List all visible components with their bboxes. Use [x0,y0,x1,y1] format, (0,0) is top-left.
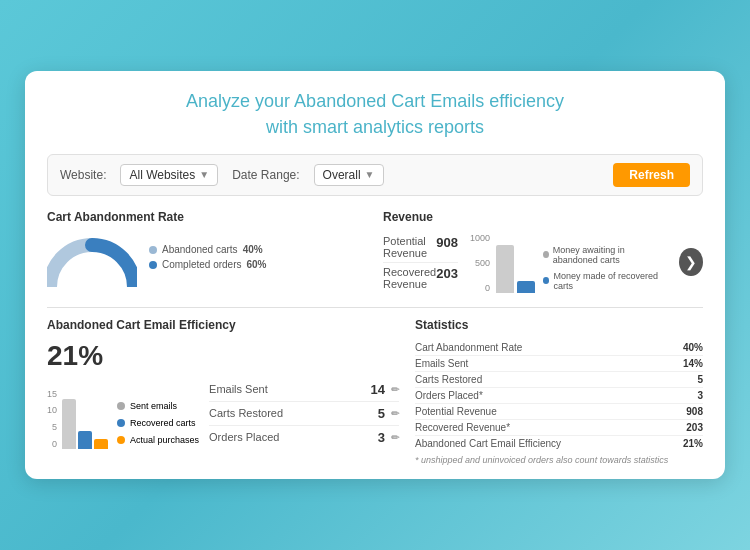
stat-cart-abandonment-label: Cart Abandonment Rate [415,342,522,353]
eff-bar-purchases [94,439,108,449]
carts-restored-edit-icon[interactable]: ✏ [391,408,399,419]
rev-legend-abandoned: Money awaiting in abandoned carts [543,245,671,265]
abandoned-carts-value: 40% [243,244,263,255]
carts-restored-row: Carts Restored 5 ✏ [209,402,399,426]
statistics-title: Statistics [415,318,703,332]
filter-bar: Website: All Websites ▼ Date Range: Over… [47,154,703,196]
revenue-content: Potential Revenue 908 Recovered Revenue … [383,232,703,293]
completed-orders-value: 60% [246,259,266,270]
efficiency-bars [62,391,108,449]
next-arrow-button[interactable]: ❯ [679,248,703,276]
carts-restored-value: 5 [378,406,385,421]
stat-cart-abandonment-value: 40% [683,342,703,353]
orders-placed-label: Orders Placed [209,431,279,443]
stat-efficiency: Abandoned Cart Email Efficiency 21% [415,436,703,451]
emails-sent-value: 14 [371,382,385,397]
eff-legend-recovered-label: Recovered carts [130,418,196,428]
title-line1: Analyze your Abandoned Cart Emails effic… [186,91,564,111]
efficiency-metrics: Emails Sent 14 ✏ Carts Restored 5 ✏ [209,378,399,449]
efficiency-legend: Sent emails Recovered carts Actual purch… [117,401,199,449]
cart-abandonment-section: Cart Abandonment Rate [47,210,367,293]
website-label: Website: [60,168,106,182]
cart-abandonment-content: Abandoned carts 40% Completed orders 60% [47,232,367,287]
stat-efficiency-label: Abandoned Cart Email Efficiency [415,438,561,449]
stat-carts-restored-label: Carts Restored [415,374,482,385]
date-select[interactable]: Overall ▼ [314,164,384,186]
emails-sent-label: Emails Sent [209,383,268,395]
eff-legend-purchases: Actual purchases [117,435,199,445]
revenue-title: Revenue [383,210,703,224]
date-value: Overall [323,168,361,182]
completed-orders-label: Completed orders [162,259,241,270]
stat-cart-abandonment: Cart Abandonment Rate 40% [415,340,703,356]
statistics-note: * unshipped and uninvoiced orders also c… [415,455,703,465]
date-arrow-icon: ▼ [365,169,375,180]
cart-abandonment-title: Cart Abandonment Rate [47,210,367,224]
stat-carts-restored-value: 5 [697,374,703,385]
revenue-section: Revenue Potential Revenue 908 Recovered … [383,210,703,293]
revenue-chart-area: 1000 500 0 Money awaiting in abandoned c… [470,232,703,293]
legend-completed-orders: Completed orders 60% [149,259,267,270]
date-label: Date Range: [232,168,299,182]
stat-recovered-revenue-value: 203 [686,422,703,433]
title-line2: with smart analytics reports [266,117,484,137]
eff-legend-recovered-dot [117,419,125,427]
website-select[interactable]: All Websites ▼ [120,164,218,186]
rev-legend-recovered-dot [543,277,550,284]
efficiency-percentage: 21% [47,340,399,372]
stat-orders-placed-label: Orders Placed* [415,390,483,401]
emails-sent-value-group: 14 ✏ [371,382,399,397]
revenue-bar-recovered [517,281,535,293]
refresh-button[interactable]: Refresh [613,163,690,187]
stat-emails-sent: Emails Sent 14% [415,356,703,372]
orders-placed-row: Orders Placed 3 ✏ [209,426,399,449]
efficiency-y-axis: 15 10 5 0 [47,389,59,449]
page-title: Analyze your Abandoned Cart Emails effic… [47,89,703,139]
stat-recovered-revenue-label: Recovered Revenue* [415,422,510,433]
efficiency-title: Abandoned Cart Email Efficiency [47,318,399,332]
stat-efficiency-value: 21% [683,438,703,449]
abandoned-carts-label: Abandoned carts [162,244,238,255]
legend-abandoned-carts: Abandoned carts 40% [149,244,267,255]
rev-legend-abandoned-label: Money awaiting in abandoned carts [553,245,672,265]
eff-legend-recovered: Recovered carts [117,418,199,428]
eff-legend-sent-dot [117,402,125,410]
stat-emails-sent-label: Emails Sent [415,358,468,369]
stat-recovered-revenue: Recovered Revenue* 203 [415,420,703,436]
section-divider [47,307,703,308]
orders-placed-value: 3 [378,430,385,445]
efficiency-chart: 15 10 5 0 Sent emails [47,378,199,449]
main-top-sections: Cart Abandonment Rate [47,210,703,293]
orders-placed-edit-icon[interactable]: ✏ [391,432,399,443]
cart-abandonment-legend: Abandoned carts 40% Completed orders 60% [149,244,267,274]
revenue-bars [496,239,535,293]
eff-legend-purchases-label: Actual purchases [130,435,199,445]
revenue-bar-potential [496,245,514,293]
recovered-revenue-label: Recovered Revenue [383,266,436,290]
emails-sent-edit-icon[interactable]: ✏ [391,384,399,395]
statistics-table: Cart Abandonment Rate 40% Emails Sent 14… [415,340,703,451]
eff-legend-purchases-dot [117,436,125,444]
eff-bar-sent [62,399,76,449]
rev-legend-abandoned-dot [543,251,549,258]
main-card: Analyze your Abandoned Cart Emails effic… [25,71,725,478]
carts-restored-value-group: 5 ✏ [378,406,399,421]
recovered-revenue-value: 203 [436,266,458,290]
abandoned-carts-dot [149,246,157,254]
revenue-chart-legend: Money awaiting in abandoned carts Money … [543,245,671,293]
emails-sent-row: Emails Sent 14 ✏ [209,378,399,402]
efficiency-content: 15 10 5 0 Sent emails [47,378,399,449]
stat-orders-placed-value: 3 [697,390,703,401]
revenue-table: Potential Revenue 908 Recovered Revenue … [383,232,458,293]
eff-legend-sent: Sent emails [117,401,199,411]
stat-carts-restored: Carts Restored 5 [415,372,703,388]
stat-potential-revenue-label: Potential Revenue [415,406,497,417]
potential-revenue-row: Potential Revenue 908 [383,232,458,263]
stat-potential-revenue: Potential Revenue 908 [415,404,703,420]
donut-chart [47,232,137,287]
rev-legend-recovered: Money made of recovered carts [543,271,671,291]
completed-orders-dot [149,261,157,269]
recovered-revenue-row: Recovered Revenue 203 [383,263,458,293]
bottom-sections: Abandoned Cart Email Efficiency 21% 15 1… [47,318,703,465]
revenue-chart-y-axis: 1000 500 0 [470,233,492,293]
